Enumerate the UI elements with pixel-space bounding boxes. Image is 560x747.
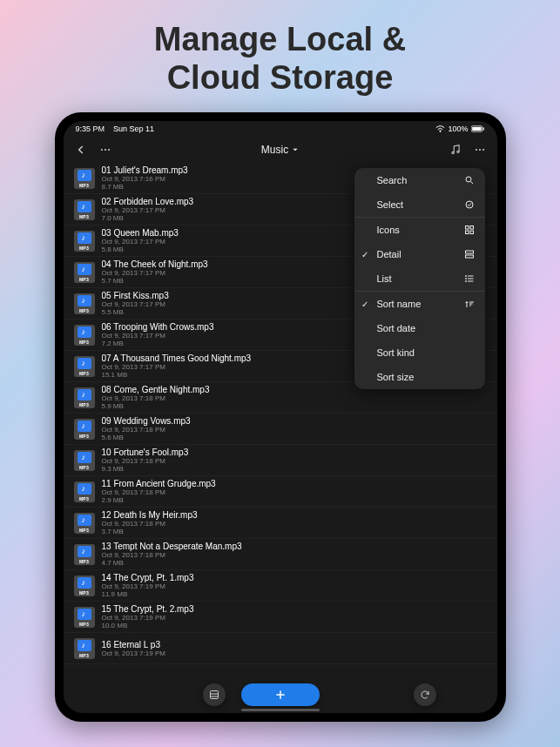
add-button[interactable] (241, 683, 320, 706)
view-mode-button[interactable] (203, 683, 226, 706)
grid-icon (464, 225, 475, 235)
mp3-file-icon: ♪MP3 (74, 168, 95, 189)
file-name: 09 Wedding Vows.mp3 (102, 416, 487, 426)
file-row[interactable]: ♪MP309 Wedding Vows.mp3Oct 9, 2013 7:18 … (64, 414, 497, 445)
detail-view-icon (464, 249, 475, 259)
file-date: Oct 9, 2013 7:19 PM (102, 649, 487, 658)
file-row[interactable]: ♪MP313 Tempt Not a Desperate Man.mp3Oct … (64, 539, 497, 570)
svg-point-8 (456, 151, 458, 153)
screen: 9:35 PM Sun Sep 11 100% (64, 121, 497, 713)
status-time: 9:35 PM (76, 124, 105, 133)
mp3-file-icon: ♪MP3 (74, 293, 95, 314)
svg-rect-16 (465, 231, 469, 234)
svg-rect-15 (470, 226, 474, 230)
file-size: 11.9 MB (102, 590, 487, 599)
file-size: 4.7 MB (102, 559, 487, 568)
sync-button[interactable] (414, 683, 436, 706)
menu-select[interactable]: Select (354, 192, 485, 218)
svg-point-12 (466, 177, 471, 182)
mp3-file-icon: ♪MP3 (74, 419, 95, 440)
list-icon (464, 273, 475, 284)
battery-icon (471, 125, 485, 132)
folder-title-dropdown[interactable]: Music (261, 144, 299, 156)
menu-sort-name[interactable]: ✓ Sort name (354, 292, 485, 316)
overflow-icon[interactable] (473, 143, 487, 157)
sort-asc-icon (464, 299, 475, 309)
menu-view-detail[interactable]: ✓ Detail (354, 242, 485, 266)
menu-sort-size[interactable]: Sort size (354, 365, 485, 389)
battery-percent: 100% (448, 124, 468, 133)
svg-point-9 (475, 149, 476, 151)
menu-search[interactable]: Search (354, 168, 485, 192)
mp3-file-icon: ♪MP3 (74, 262, 95, 283)
svg-rect-19 (465, 255, 473, 258)
checkmark-icon: ✓ (361, 299, 368, 309)
menu-sort-kind[interactable]: Sort kind (354, 340, 485, 365)
file-row[interactable]: ♪MP315 The Crypt, Pt. 2.mp3Oct 9, 2013 7… (64, 602, 497, 633)
mp3-file-icon: ♪MP3 (74, 513, 95, 534)
mp3-file-icon: ♪MP3 (74, 231, 95, 252)
svg-point-6 (108, 149, 110, 151)
file-name: 13 Tempt Not a Desperate Man.mp3 (102, 542, 487, 551)
status-bar: 9:35 PM Sun Sep 11 100% (64, 121, 497, 137)
menu-view-icons[interactable]: Icons (354, 218, 485, 242)
mp3-file-icon: ♪MP3 (74, 356, 95, 377)
svg-point-4 (100, 149, 102, 151)
file-name: 15 The Crypt, Pt. 2.mp3 (102, 604, 487, 614)
marketing-headline: Manage Local & Cloud Storage (154, 21, 406, 97)
chevron-down-icon (292, 146, 299, 153)
nav-bar: Music (64, 137, 497, 163)
wifi-icon (435, 125, 445, 132)
file-name: 11 From Ancient Grudge.mp3 (102, 479, 487, 488)
tablet-frame: 9:35 PM Sun Sep 11 100% (55, 112, 506, 722)
file-row[interactable]: ♪MP310 Fortune's Fool.mp3Oct 9, 2013 7:1… (64, 445, 497, 476)
file-size: 5.6 MB (102, 434, 487, 442)
file-row[interactable]: ♪MP316 Eternal L p3Oct 9, 2013 7:19 PM (64, 633, 497, 664)
status-date: Sun Sep 11 (113, 124, 154, 133)
music-note-icon[interactable] (449, 143, 462, 157)
svg-point-13 (466, 201, 473, 208)
mp3-file-icon: ♪MP3 (74, 450, 95, 471)
file-date: Oct 9, 2013 7:18 PM (102, 394, 487, 403)
file-date: Oct 9, 2013 7:19 PM (102, 614, 487, 622)
mp3-file-icon: ♪MP3 (74, 607, 95, 628)
svg-rect-18 (465, 251, 473, 253)
file-name: 16 Eternal L p3 (102, 640, 487, 649)
svg-point-11 (482, 149, 484, 151)
file-row[interactable]: ♪MP311 From Ancient Grudge.mp3Oct 9, 201… (64, 476, 497, 508)
svg-rect-23 (210, 691, 218, 699)
mp3-file-icon: ♪MP3 (74, 544, 95, 565)
file-name: 12 Death Is My Heir.mp3 (102, 510, 487, 520)
file-size: 5.9 MB (102, 402, 487, 411)
file-date: Oct 9, 2013 7:19 PM (102, 582, 487, 591)
file-name: 14 The Crypt, Pt. 1.mp3 (102, 573, 487, 582)
file-row[interactable]: ♪MP312 Death Is My Heir.mp3Oct 9, 2013 7… (64, 508, 497, 539)
svg-rect-2 (472, 127, 481, 131)
back-icon[interactable] (74, 143, 88, 157)
file-name: 10 Fortune's Fool.mp3 (102, 448, 487, 457)
file-date: Oct 9, 2013 7:18 PM (102, 457, 487, 466)
more-icon[interactable] (98, 143, 112, 157)
menu-view-list[interactable]: List (354, 266, 485, 292)
svg-rect-17 (470, 231, 474, 234)
select-icon (464, 199, 475, 210)
view-options-dropdown: Search Select Icons ✓ Detail List ✓ (354, 168, 485, 389)
svg-point-10 (478, 149, 480, 151)
mp3-file-icon: ♪MP3 (74, 481, 95, 502)
file-date: Oct 9, 2013 7:18 PM (102, 426, 487, 434)
menu-sort-date[interactable]: Sort date (354, 316, 485, 340)
mp3-file-icon: ♪MP3 (74, 638, 95, 659)
svg-point-21 (465, 279, 466, 279)
file-date: Oct 9, 2013 7:18 PM (102, 551, 487, 560)
home-indicator (241, 709, 320, 711)
svg-point-0 (440, 131, 441, 131)
mp3-file-icon: ♪MP3 (74, 575, 95, 596)
bottom-toolbar (64, 683, 497, 706)
file-row[interactable]: ♪MP314 The Crypt, Pt. 1.mp3Oct 9, 2013 7… (64, 570, 497, 602)
checkmark-icon: ✓ (361, 250, 368, 259)
file-size: 10.0 MB (102, 622, 487, 630)
svg-rect-14 (465, 226, 469, 230)
file-size: 9.3 MB (102, 465, 487, 474)
mp3-file-icon: ♪MP3 (74, 199, 95, 220)
svg-point-7 (451, 152, 453, 154)
